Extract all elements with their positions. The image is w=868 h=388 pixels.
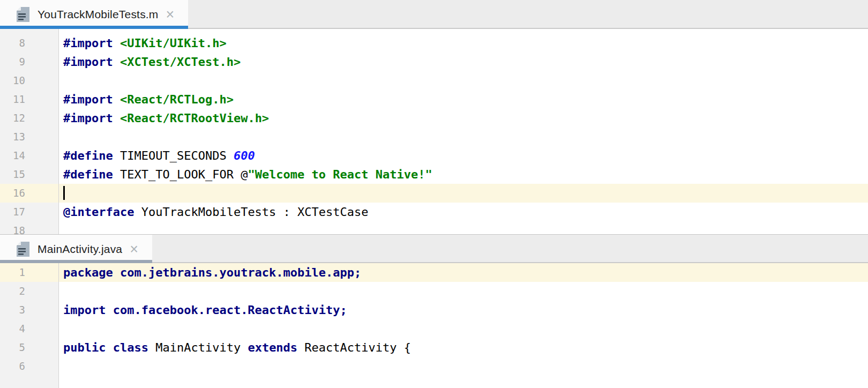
active-tab-indicator: [0, 26, 188, 29]
line-number[interactable]: 6: [0, 357, 59, 376]
code-editor-bottom[interactable]: 1package com.jetbrains.youtrack.mobile.a…: [0, 263, 868, 388]
close-icon[interactable]: ×: [130, 244, 138, 255]
file-icon: [16, 241, 30, 257]
code-text[interactable]: public class MainActivity extends ReactA…: [59, 338, 868, 357]
tab-label: MainActivity.java: [38, 243, 122, 256]
code-token: @interface: [63, 205, 134, 219]
code-line-14[interactable]: 14#define TIMEOUT_SECONDS 600: [0, 146, 868, 165]
code-text[interactable]: [59, 376, 868, 388]
code-token: #define: [63, 168, 113, 181]
code-token: TEXT_TO_LOOK_FOR @: [113, 168, 248, 181]
inactive-tab-indicator: [0, 260, 152, 263]
line-number[interactable]: 1: [0, 263, 59, 282]
line-number[interactable]: 5: [0, 338, 59, 357]
code-line-6[interactable]: 6: [0, 357, 868, 376]
code-line-5[interactable]: 5public class MainActivity extends React…: [0, 338, 868, 357]
code-text[interactable]: [59, 282, 868, 301]
line-number[interactable]: 15: [0, 165, 59, 184]
code-line-13[interactable]: 13: [0, 128, 868, 146]
code-line-15[interactable]: 15#define TEXT_TO_LOOK_FOR @"Welcome to …: [0, 165, 868, 184]
code-token: #import: [63, 55, 113, 69]
code-text[interactable]: [59, 29, 868, 34]
editor-pane-top: YouTrackMobileTests.m × 78#import <UIKit…: [0, 0, 868, 234]
line-number[interactable]: 10: [0, 71, 59, 90]
code-line-2[interactable]: 2: [0, 282, 868, 301]
tab-bar-top: YouTrackMobileTests.m ×: [0, 0, 868, 29]
line-number[interactable]: 11: [0, 90, 59, 109]
code-token: <React/RCTLog.h>: [120, 93, 234, 106]
gutter-filler[interactable]: [0, 376, 868, 388]
code-text[interactable]: #import <React/RCTLog.h>: [59, 90, 868, 109]
code-line-18[interactable]: 18: [0, 221, 868, 234]
text-caret: [63, 186, 65, 200]
code-token: MainActivity: [148, 341, 248, 354]
tab-bar-bottom: MainActivity.java ×: [0, 234, 868, 263]
code-text[interactable]: [59, 184, 868, 203]
line-number[interactable]: 7: [0, 29, 59, 34]
code-line-9[interactable]: 9#import <XCTest/XCTest.h>: [0, 53, 868, 71]
code-token: <React/RCTRootView.h>: [120, 111, 269, 125]
code-line-8[interactable]: 8#import <UIKit/UIKit.h>: [0, 34, 868, 53]
code-text[interactable]: [59, 319, 868, 338]
code-token: TIMEOUT_SECONDS: [113, 149, 234, 162]
code-line-7[interactable]: 7: [0, 29, 868, 34]
code-token: public class: [63, 341, 148, 354]
code-line-3[interactable]: 3import com.facebook.react.ReactActivity…: [0, 301, 868, 319]
file-icon: [16, 6, 30, 23]
code-token: #import: [63, 93, 113, 106]
code-text[interactable]: #import <React/RCTRootView.h>: [59, 109, 868, 128]
code-line-12[interactable]: 12#import <React/RCTRootView.h>: [0, 109, 868, 128]
code-text[interactable]: #define TEXT_TO_LOOK_FOR @"Welcome to Re…: [59, 165, 868, 184]
code-line-11[interactable]: 11#import <React/RCTLog.h>: [0, 90, 868, 109]
line-number[interactable]: 13: [0, 128, 59, 146]
code-text[interactable]: [59, 128, 868, 146]
code-line-1[interactable]: 1package com.jetbrains.youtrack.mobile.a…: [0, 263, 868, 282]
code-token: import com.facebook.react.ReactActivity;: [63, 303, 347, 317]
code-text[interactable]: package com.jetbrains.youtrack.mobile.ap…: [59, 263, 868, 282]
code-token: <UIKit/UIKit.h>: [120, 36, 227, 50]
code-token: [113, 111, 120, 125]
code-text[interactable]: #import <UIKit/UIKit.h>: [59, 34, 868, 53]
code-text[interactable]: [59, 71, 868, 90]
line-number[interactable]: 4: [0, 319, 59, 338]
tab-youtrackmobiletests[interactable]: YouTrackMobileTests.m ×: [0, 0, 188, 29]
line-number[interactable]: 8: [0, 34, 59, 53]
code-text[interactable]: [59, 357, 868, 376]
code-token: "Welcome to React Native!": [248, 168, 432, 181]
code-token: package com.jetbrains.youtrack.mobile.ap…: [63, 266, 361, 279]
code-line-17[interactable]: 17@interface YouTrackMobileTests : XCTes…: [0, 203, 868, 221]
code-text[interactable]: [59, 221, 868, 234]
line-number[interactable]: 2: [0, 282, 59, 301]
code-token: [113, 55, 120, 69]
line-number[interactable]: 17: [0, 203, 59, 221]
tab-mainactivity[interactable]: MainActivity.java ×: [0, 235, 152, 263]
line-number[interactable]: 3: [0, 301, 59, 319]
code-token: ReactActivity {: [297, 341, 411, 354]
code-scroll-area: 1package com.jetbrains.youtrack.mobile.a…: [0, 263, 868, 388]
code-text[interactable]: #define TIMEOUT_SECONDS 600: [59, 146, 868, 165]
code-editor-top[interactable]: 78#import <UIKit/UIKit.h>9#import <XCTes…: [0, 29, 868, 234]
tab-label: YouTrackMobileTests.m: [38, 8, 159, 21]
code-token: YouTrackMobileTests : XCTestCase: [134, 205, 368, 219]
line-number[interactable]: [0, 376, 59, 388]
line-number[interactable]: 12: [0, 109, 59, 128]
code-token: 600: [234, 149, 255, 162]
ide-window: YouTrackMobileTests.m × 78#import <UIKit…: [0, 0, 868, 388]
line-number[interactable]: 9: [0, 53, 59, 71]
code-line-16[interactable]: 16: [0, 184, 868, 203]
editor-pane-bottom: MainActivity.java × 1package com.jetbrai…: [0, 234, 868, 388]
code-token: #import: [63, 36, 113, 50]
line-number[interactable]: 16: [0, 184, 59, 203]
code-token: [113, 93, 120, 106]
code-text[interactable]: import com.facebook.react.ReactActivity;: [59, 301, 868, 319]
line-number[interactable]: 14: [0, 146, 59, 165]
code-token: [113, 36, 120, 50]
line-number[interactable]: 18: [0, 221, 59, 234]
code-text[interactable]: #import <XCTest/XCTest.h>: [59, 53, 868, 71]
code-token: #import: [63, 111, 113, 125]
code-line-10[interactable]: 10: [0, 71, 868, 90]
code-text[interactable]: @interface YouTrackMobileTests : XCTestC…: [59, 203, 868, 221]
code-token: extends: [248, 341, 297, 354]
code-line-4[interactable]: 4: [0, 319, 868, 338]
close-icon[interactable]: ×: [166, 9, 175, 20]
